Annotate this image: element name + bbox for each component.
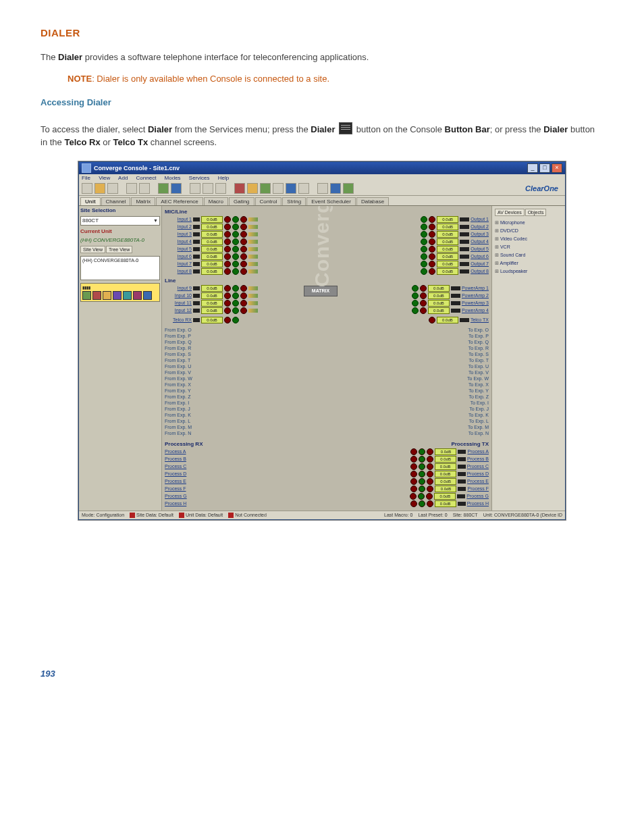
telco-rx-label[interactable]: Telco RX (165, 317, 192, 322)
knob-icon[interactable] (240, 300, 247, 307)
knob-icon[interactable] (410, 500, 417, 507)
knob-icon[interactable] (224, 300, 231, 307)
gain-readout[interactable]: 0.0dB (201, 216, 223, 223)
device-node[interactable]: DVD/CD (495, 227, 562, 235)
output-label[interactable]: Output 8 (471, 269, 489, 273)
process-out-label[interactable]: Process C (467, 464, 489, 469)
knob-icon[interactable] (240, 224, 247, 230)
knob-icon[interactable] (412, 307, 419, 314)
knob-icon[interactable] (224, 268, 231, 275)
output-label[interactable]: Output 2 (471, 224, 489, 229)
process-in-label[interactable]: Process G (165, 494, 198, 498)
knob-icon[interactable] (224, 261, 231, 267)
input-label[interactable]: Input 9 (165, 286, 192, 290)
gain-readout[interactable]: 0.0dB (428, 300, 450, 307)
knob-icon[interactable] (427, 471, 433, 477)
unit-thumbnail[interactable]: ▮▮▮▮ (82, 285, 158, 290)
menu-view[interactable]: View (99, 175, 110, 181)
menu-help[interactable]: Help (218, 175, 229, 181)
input-label[interactable]: Input 3 (165, 232, 192, 236)
gain-readout[interactable]: 0.0dB (201, 285, 223, 292)
mini-icon[interactable] (113, 291, 122, 300)
device-node[interactable]: Sound Card (495, 251, 562, 259)
matrix-badge[interactable]: MATRIX (304, 286, 338, 296)
output-label[interactable]: PowerAmp 1 (462, 286, 489, 290)
close-button[interactable]: × (552, 163, 562, 173)
knob-icon[interactable] (419, 471, 425, 477)
tb-icon[interactable] (107, 183, 118, 194)
knob-icon[interactable] (429, 238, 435, 245)
gain-readout[interactable]: 0.0dB (428, 292, 450, 299)
knob-icon[interactable] (224, 231, 231, 238)
tb-icon[interactable] (215, 183, 226, 194)
gain-readout[interactable]: 0.0dB (201, 224, 223, 230)
tab-channel[interactable]: Channel (101, 197, 131, 205)
output-label[interactable]: Output 1 (471, 217, 489, 221)
knob-icon[interactable] (232, 307, 239, 314)
gain-readout[interactable]: 0.0dB (201, 268, 223, 275)
knob-icon[interactable] (427, 486, 433, 492)
knob-icon[interactable] (419, 448, 425, 455)
process-in-label[interactable]: Process H (165, 501, 198, 506)
process-in-label[interactable]: Process D (165, 471, 198, 476)
gain-readout[interactable]: 0.0dB (435, 448, 456, 455)
knob-icon[interactable] (240, 253, 247, 260)
menu-services[interactable]: Services (189, 175, 210, 181)
knob-icon[interactable] (429, 253, 435, 260)
tab-event-scheduler[interactable]: Event Scheduler (306, 197, 356, 205)
tb-icon[interactable] (273, 183, 284, 194)
mini-icon[interactable] (103, 291, 111, 300)
knob-icon[interactable] (232, 238, 239, 245)
knob-icon[interactable] (427, 463, 433, 470)
knob-icon[interactable] (419, 500, 425, 507)
minimize-button[interactable]: _ (527, 163, 538, 173)
gain-readout[interactable]: 0.0dB (437, 231, 458, 238)
input-label[interactable]: Input 2 (165, 224, 192, 229)
knob-icon[interactable] (240, 246, 247, 253)
gain-readout[interactable]: 0.0dB (201, 238, 223, 245)
gain-readout[interactable]: 0.0dB (435, 456, 456, 463)
knob-icon[interactable] (240, 231, 247, 238)
knob-icon[interactable] (232, 231, 239, 238)
menu-add[interactable]: Add (118, 175, 128, 181)
knob-icon[interactable] (240, 216, 247, 223)
knob-icon[interactable] (232, 285, 239, 292)
knob-icon[interactable] (410, 456, 417, 463)
maximize-button[interactable]: □ (539, 163, 550, 173)
unit-tree[interactable]: (HH) CONVERGE880TA-0 (80, 256, 160, 280)
knob-icon[interactable] (419, 486, 425, 492)
tb-icon[interactable] (247, 183, 258, 194)
device-node[interactable]: Amplifier (495, 259, 562, 267)
knob-icon[interactable] (410, 478, 417, 485)
tb-icon[interactable] (298, 183, 309, 194)
process-in-label[interactable]: Process B (165, 457, 198, 461)
gain-readout[interactable]: 0.0dB (201, 292, 223, 299)
tb-icon[interactable] (190, 183, 200, 194)
knob-icon[interactable] (418, 493, 425, 500)
mini-icon[interactable] (143, 291, 152, 300)
device-node[interactable]: Microphone (495, 219, 562, 227)
knob-icon[interactable] (427, 500, 433, 507)
knob-icon[interactable] (224, 238, 231, 245)
knob-icon[interactable] (420, 292, 427, 299)
output-label[interactable]: Output 5 (471, 246, 489, 251)
tb-icon[interactable] (171, 183, 182, 194)
gain-readout[interactable]: 0.0dB (435, 486, 456, 492)
tb-icon[interactable] (95, 183, 105, 194)
tb-icon[interactable] (126, 183, 137, 194)
tab-string[interactable]: String (282, 197, 306, 205)
input-label[interactable]: Input 8 (165, 269, 192, 273)
tb-icon[interactable] (286, 183, 296, 194)
knob-icon[interactable] (429, 231, 435, 238)
knob-icon[interactable] (224, 317, 231, 323)
gain-readout[interactable]: 0.0dB (437, 268, 458, 275)
output-label[interactable]: Output 7 (471, 261, 489, 266)
knob-icon[interactable] (429, 268, 435, 275)
gain-readout[interactable]: 0.0dB (201, 307, 223, 314)
knob-icon[interactable] (427, 448, 433, 455)
output-label[interactable]: PowerAmp 4 (462, 308, 489, 313)
gain-readout[interactable]: 0.0dB (435, 478, 456, 485)
tab-control[interactable]: Control (255, 197, 282, 205)
device-node[interactable]: Loudspeaker (495, 267, 562, 276)
input-label[interactable]: Input 4 (165, 239, 192, 244)
